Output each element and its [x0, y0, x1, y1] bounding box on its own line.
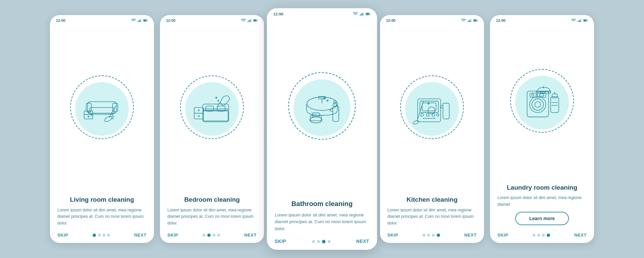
svg-point-29	[198, 115, 199, 116]
status-icons-3	[353, 12, 371, 16]
svg-rect-73	[443, 103, 449, 119]
dot-2-0	[203, 234, 205, 237]
svg-rect-92	[540, 94, 544, 96]
time-2: 12:00	[166, 18, 175, 22]
skip-button-5[interactable]: SKIP	[497, 233, 508, 238]
living-room-svg	[82, 89, 122, 129]
dot-3-2	[322, 240, 326, 243]
svg-point-69	[426, 113, 429, 116]
dot-1-1	[98, 234, 101, 237]
svg-point-71	[437, 114, 439, 116]
screen-content-2: Bedroom cleaning Lorem ipsum dolor sit d…	[160, 190, 264, 229]
svg-rect-25	[254, 20, 256, 21]
signal-icon-2	[247, 19, 252, 22]
screen-nav-5: SKIP NEXT	[490, 229, 594, 243]
svg-point-91	[536, 94, 538, 96]
svg-rect-42	[363, 12, 364, 16]
battery-icon	[143, 19, 148, 22]
time-5: 12:00	[496, 18, 505, 22]
nav-dots-5	[533, 234, 550, 237]
screen-nav-3: SKIP NEXT	[267, 235, 377, 250]
screen-desc-4: Lorem ipsum dolor sit dim amet, mea regi…	[387, 207, 477, 227]
dot-4-1	[427, 234, 430, 237]
dot-1-3	[107, 234, 110, 237]
svg-line-19	[112, 119, 113, 119]
screen-content-4: Kitchen cleaning Lorem ipsum dolor sit d…	[380, 190, 484, 229]
svg-rect-64	[474, 20, 476, 21]
svg-line-11	[112, 113, 113, 116]
illustration-kitchen	[380, 24, 484, 190]
svg-rect-2	[140, 19, 141, 22]
svg-rect-5	[144, 20, 146, 21]
screen-content-1: Living room cleaning Lorem ipsum dolor s…	[50, 190, 154, 229]
battery-icon-2	[253, 19, 258, 22]
screen-kitchen: 12:00	[380, 15, 484, 243]
svg-line-74	[417, 101, 423, 121]
next-button-1[interactable]: NEXT	[134, 233, 147, 238]
svg-point-28	[198, 110, 199, 111]
skip-button-4[interactable]: SKIP	[387, 233, 398, 238]
learn-more-button[interactable]: Learn more	[515, 212, 569, 225]
screen-nav-2: SKIP NEXT	[160, 229, 264, 243]
illustration-living-room	[50, 24, 154, 190]
svg-rect-84	[584, 20, 586, 21]
kitchen-svg	[412, 89, 452, 129]
screen-nav-4: SKIP NEXT	[380, 229, 484, 243]
dot-3-0	[312, 240, 315, 243]
dot-2-1	[207, 234, 211, 237]
svg-point-87	[532, 99, 543, 110]
svg-rect-20	[248, 21, 248, 22]
time-1: 12:00	[56, 18, 65, 22]
svg-rect-60	[469, 20, 470, 22]
svg-rect-0	[138, 21, 138, 22]
svg-rect-40	[361, 14, 362, 16]
dot-2-2	[213, 234, 215, 237]
svg-rect-23	[251, 19, 252, 22]
dot-4-0	[423, 234, 425, 237]
screen-title-1: Living room cleaning	[57, 196, 147, 204]
svg-rect-44	[366, 13, 369, 15]
status-bar-5: 12:00	[490, 15, 594, 24]
skip-button-1[interactable]: SKIP	[57, 233, 68, 238]
status-bar-1: 12:00	[50, 15, 154, 24]
screen-title-3: Bathroom cleaning	[275, 200, 369, 208]
dot-5-3	[547, 234, 550, 237]
dot-5-0	[533, 234, 535, 237]
next-button-2[interactable]: NEXT	[244, 233, 257, 238]
svg-rect-79	[578, 21, 578, 22]
svg-point-90	[532, 94, 534, 96]
screen-title-4: Kitchen cleaning	[387, 196, 477, 204]
laundry-svg	[522, 82, 562, 123]
bedroom-svg	[192, 89, 232, 129]
time-4: 12:00	[386, 18, 395, 22]
status-icons-1	[131, 19, 148, 22]
wifi-icon-3	[353, 12, 358, 16]
status-bar-4: 12:00	[380, 15, 484, 24]
nav-dots-2	[203, 234, 220, 237]
nav-dots-4	[423, 234, 440, 237]
screen-laundry: 12:00	[490, 15, 594, 243]
status-bar-3: 12:00	[267, 8, 377, 18]
next-button-4[interactable]: NEXT	[464, 233, 477, 238]
next-button-5[interactable]: NEXT	[574, 233, 587, 238]
dot-1-0	[93, 234, 96, 237]
next-button-3[interactable]: NEXT	[356, 239, 369, 244]
wifi-icon-2	[241, 19, 246, 22]
dot-5-1	[537, 234, 540, 237]
nav-dots-1	[93, 234, 110, 237]
skip-button-3[interactable]: SKIP	[275, 239, 286, 244]
svg-point-75	[413, 120, 419, 125]
signal-icon	[137, 19, 142, 22]
illustration-circle-3	[293, 79, 351, 136]
svg-rect-67	[422, 103, 436, 111]
svg-point-15	[88, 116, 89, 117]
dot-3-3	[328, 240, 330, 243]
screen-content-5: Laundry room cleaning Lorem ipsum dolor …	[490, 178, 594, 230]
svg-rect-80	[579, 20, 580, 22]
skip-button-2[interactable]: SKIP	[167, 233, 178, 238]
screen-content-3: Bathroom cleaning Lorem ipsum dolor sit …	[267, 194, 377, 235]
svg-rect-94	[552, 94, 557, 98]
svg-rect-62	[471, 19, 472, 22]
svg-rect-41	[362, 13, 363, 16]
svg-rect-61	[470, 19, 471, 22]
